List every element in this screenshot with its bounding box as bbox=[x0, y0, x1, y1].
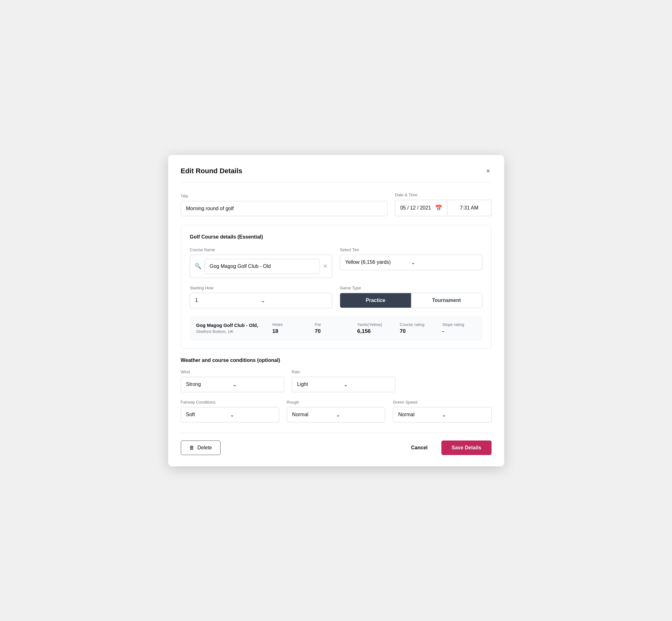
game-type-toggle: Practice Tournament bbox=[340, 293, 482, 308]
course-name-tee-row: Course Name 🔍 ✕ Select Tee Yellow (6,156… bbox=[190, 247, 482, 278]
holes-stat: Holes 18 bbox=[263, 322, 306, 334]
datetime-field-group: Date & Time 05 / 12 / 2021 📅 7:31 AM bbox=[395, 193, 492, 216]
starting-hole-field: Starting Hole 1 ⌄ bbox=[190, 286, 333, 308]
wind-label: Wind bbox=[181, 370, 284, 374]
rain-field: Rain Light ⌄ bbox=[292, 370, 395, 392]
select-tee-field: Select Tee Yellow (6,156 yards) ⌄ bbox=[340, 247, 482, 278]
holes-label: Holes bbox=[272, 322, 283, 327]
starting-hole-dropdown[interactable]: 1 ⌄ bbox=[190, 293, 333, 308]
green-speed-value: Normal bbox=[398, 412, 442, 417]
datetime-input-row: 05 / 12 / 2021 📅 7:31 AM bbox=[395, 200, 492, 216]
rough-label: Rough bbox=[287, 400, 385, 405]
time-input[interactable]: 7:31 AM bbox=[447, 200, 492, 216]
select-tee-label: Select Tee bbox=[340, 247, 482, 252]
clear-icon[interactable]: ✕ bbox=[323, 263, 328, 270]
slope-rating-label: Slope rating bbox=[442, 322, 464, 327]
course-info-row: Gog Magog Golf Club - Old, Shelford Bott… bbox=[190, 316, 482, 341]
slope-rating-stat: Slope rating - bbox=[433, 322, 476, 334]
chevron-down-icon: ⌄ bbox=[442, 412, 486, 418]
hole-gametype-row: Starting Hole 1 ⌄ Game Type Practice Tou… bbox=[190, 286, 482, 308]
rain-label: Rain bbox=[292, 370, 395, 374]
wind-field: Wind Strong ⌄ bbox=[181, 370, 284, 392]
fairway-field: Fairway Conditions Soft ⌄ bbox=[181, 400, 279, 422]
rough-dropdown[interactable]: Normal ⌄ bbox=[287, 407, 385, 422]
top-row: Title Date & Time 05 / 12 / 2021 📅 7:31 … bbox=[181, 193, 492, 216]
par-value: 70 bbox=[315, 328, 321, 334]
course-rating-stat: Course rating 70 bbox=[391, 322, 433, 334]
save-button[interactable]: Save Details bbox=[442, 441, 491, 455]
course-rating-value: 70 bbox=[400, 328, 406, 334]
green-speed-field: Green Speed Normal ⌄ bbox=[393, 400, 491, 422]
chevron-down-icon: ⌄ bbox=[261, 298, 327, 303]
yards-stat: Yards(Yellow) 6,156 bbox=[348, 322, 391, 334]
date-value: 05 / 12 / 2021 bbox=[401, 205, 431, 211]
yards-value: 6,156 bbox=[357, 328, 371, 334]
rough-field: Rough Normal ⌄ bbox=[287, 400, 385, 422]
starting-hole-label: Starting Hole bbox=[190, 286, 333, 290]
delete-button[interactable]: 🗑 Delete bbox=[181, 441, 220, 455]
conditions-row2: Fairway Conditions Soft ⌄ Rough Normal ⌄… bbox=[181, 400, 492, 422]
green-speed-label: Green Speed bbox=[393, 400, 491, 405]
course-rating-label: Course rating bbox=[400, 322, 424, 327]
footer-row: 🗑 Delete Cancel Save Details bbox=[181, 432, 492, 455]
rain-dropdown[interactable]: Light ⌄ bbox=[292, 377, 395, 392]
calendar-icon: 📅 bbox=[435, 204, 442, 211]
course-info-name: Gog Magog Golf Club - Old, Shelford Bott… bbox=[196, 323, 263, 334]
course-name-label: Course Name bbox=[190, 247, 333, 252]
course-info-name-text: Gog Magog Golf Club - Old, bbox=[196, 323, 263, 328]
select-tee-value: Yellow (6,156 yards) bbox=[345, 259, 411, 265]
yards-label: Yards(Yellow) bbox=[357, 322, 382, 327]
modal-title: Edit Round Details bbox=[181, 167, 243, 175]
conditions-section: Weather and course conditions (optional)… bbox=[181, 358, 492, 422]
date-input[interactable]: 05 / 12 / 2021 📅 bbox=[395, 200, 447, 216]
title-field-group: Title bbox=[181, 194, 387, 216]
game-type-label: Game Type bbox=[340, 286, 482, 290]
game-type-field: Game Type Practice Tournament bbox=[340, 286, 482, 308]
search-icon: 🔍 bbox=[195, 263, 201, 270]
course-name-input[interactable] bbox=[204, 259, 320, 274]
footer-right: Cancel Save Details bbox=[405, 441, 492, 455]
wind-value: Strong bbox=[186, 381, 233, 387]
chevron-down-icon: ⌄ bbox=[411, 259, 477, 265]
conditions-row1: Wind Strong ⌄ Rain Light ⌄ bbox=[181, 370, 395, 392]
chevron-down-icon: ⌄ bbox=[344, 381, 390, 387]
chevron-down-icon: ⌄ bbox=[336, 412, 380, 418]
course-info-location: Shelford Bottom, UK bbox=[196, 329, 263, 334]
trash-icon: 🗑 bbox=[189, 445, 194, 451]
title-label: Title bbox=[181, 194, 387, 199]
golf-course-title: Golf Course details (Essential) bbox=[190, 234, 482, 240]
par-label: Par bbox=[315, 322, 321, 327]
rain-value: Light bbox=[297, 381, 344, 387]
course-name-input-wrap[interactable]: 🔍 ✕ bbox=[190, 255, 333, 278]
chevron-down-icon: ⌄ bbox=[233, 381, 279, 387]
title-input[interactable] bbox=[181, 201, 387, 216]
datetime-label: Date & Time bbox=[395, 193, 492, 197]
modal-header: Edit Round Details × bbox=[181, 166, 492, 182]
tournament-button[interactable]: Tournament bbox=[411, 293, 482, 308]
select-tee-dropdown[interactable]: Yellow (6,156 yards) ⌄ bbox=[340, 255, 482, 270]
edit-round-modal: Edit Round Details × Title Date & Time 0… bbox=[168, 155, 504, 466]
golf-course-section: Golf Course details (Essential) Course N… bbox=[181, 225, 492, 349]
time-value: 7:31 AM bbox=[460, 205, 478, 211]
chevron-down-icon: ⌄ bbox=[230, 412, 274, 418]
conditions-title: Weather and course conditions (optional) bbox=[181, 358, 492, 363]
wind-dropdown[interactable]: Strong ⌄ bbox=[181, 377, 284, 392]
fairway-value: Soft bbox=[186, 412, 230, 417]
slope-rating-value: - bbox=[442, 328, 444, 334]
cancel-button[interactable]: Cancel bbox=[405, 441, 434, 455]
starting-hole-value: 1 bbox=[195, 298, 261, 303]
close-button[interactable]: × bbox=[485, 166, 492, 176]
rough-value: Normal bbox=[292, 412, 336, 417]
delete-label: Delete bbox=[198, 445, 212, 451]
par-stat: Par 70 bbox=[306, 322, 349, 334]
practice-button[interactable]: Practice bbox=[340, 293, 411, 308]
course-name-field: Course Name 🔍 ✕ bbox=[190, 247, 333, 278]
holes-value: 18 bbox=[272, 328, 278, 334]
fairway-label: Fairway Conditions bbox=[181, 400, 279, 405]
green-speed-dropdown[interactable]: Normal ⌄ bbox=[393, 407, 491, 422]
fairway-dropdown[interactable]: Soft ⌄ bbox=[181, 407, 279, 422]
